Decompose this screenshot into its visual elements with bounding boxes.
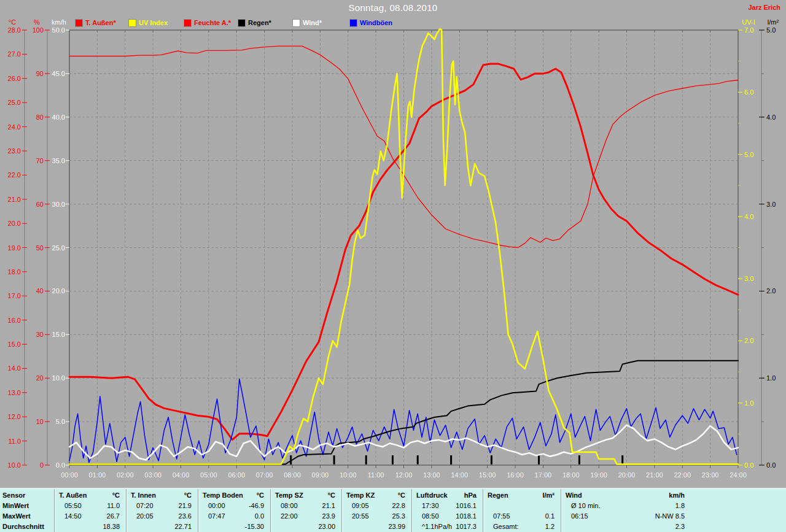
- axis-tick-label: 12.0: [8, 413, 21, 420]
- table-row: 07:550.1: [483, 511, 561, 522]
- legend-item: Wind*: [293, 18, 322, 27]
- table-cell-value: 1.8: [675, 501, 685, 511]
- table-cell-value: °C: [328, 490, 335, 501]
- table-cell-time: Wind: [566, 490, 582, 501]
- legend-label: Feuchte A.*: [194, 18, 231, 27]
- axis-tick-label: 25.0: [52, 244, 65, 252]
- table-cell-value: °C: [257, 490, 264, 501]
- table-row: 14:5026.7: [55, 511, 126, 522]
- axis-tick-label: 70: [36, 157, 44, 164]
- table-cell-value: °C: [398, 490, 405, 501]
- table-cell-value: l/m²: [542, 490, 554, 501]
- x-axis-tick-label: 03:00: [144, 471, 161, 479]
- table-cell-value: 26.7: [107, 511, 120, 522]
- x-axis-tick-label: 20:00: [618, 471, 636, 479]
- rain-event-marker: [450, 455, 452, 465]
- table-row: Ø 10 min.1.8: [561, 501, 691, 511]
- table-cell-value: °C: [184, 490, 192, 501]
- table-cell-value: 2.3: [675, 522, 685, 532]
- rain-event-marker: [491, 455, 492, 465]
- x-axis-tick-label: 24:00: [730, 471, 747, 479]
- x-axis-tick-label: 04:00: [173, 471, 190, 479]
- axis-tick-label: 15.0: [52, 331, 65, 338]
- rain-event-marker: [333, 455, 335, 465]
- axis-tick-label: 45.0: [52, 70, 65, 77]
- table-row: Temp Boden°C: [198, 490, 270, 501]
- table-cell-value: -15.30: [245, 522, 264, 532]
- table-cell-value: 21.9: [179, 501, 192, 511]
- axis-tick-label: 24.0: [8, 123, 21, 131]
- x-axis-tick-label: 19:00: [590, 471, 607, 479]
- table-row: 18.38: [55, 522, 126, 532]
- table-cell-value: 23.99: [388, 522, 405, 532]
- table-column-temp-boden: Temp Boden°C00:00-46.907:470.0-15.30: [198, 489, 270, 532]
- table-cell-time: Gesamt:: [493, 522, 519, 532]
- table-cell-value: 22.71: [174, 522, 192, 532]
- x-axis-tick-label: 17:00: [535, 471, 552, 479]
- table-cell-value: 0.1: [545, 511, 554, 522]
- axis-tick-label: 25.0: [8, 99, 21, 106]
- table-cell-time: 08:00: [281, 501, 298, 511]
- table-cell-value: 23.9: [322, 511, 335, 522]
- axis-unit-label: °C: [9, 18, 16, 26]
- table-row: 09:0522.8: [342, 501, 411, 511]
- table-row-label: MaxWert: [0, 511, 54, 522]
- x-axis-tick-label: 07:00: [256, 471, 273, 479]
- table-row: 00:00-46.9: [198, 501, 270, 511]
- axis-tick-label: 30.0: [52, 201, 65, 208]
- table-row: Temp KZ°C: [342, 490, 411, 501]
- table-row-label: MinWert: [0, 501, 54, 511]
- uv-axis-tick-label: 6.0: [744, 88, 753, 96]
- table-column-temp-kz: Temp KZ°C09:0522.820:5525.323.99: [341, 489, 411, 532]
- axis-tick-label: 13.0: [8, 389, 21, 396]
- table-row: 22:0023.9: [271, 511, 341, 522]
- legend-swatch: [238, 20, 245, 26]
- table-cell-time: 20:55: [352, 511, 369, 522]
- table-cell-value: 1018.1: [456, 511, 477, 522]
- legend-item: Regen*: [238, 18, 271, 27]
- table-row: Windkm/h: [561, 490, 691, 501]
- table-cell-time: Temp Boden: [203, 490, 243, 501]
- axis-tick-label: 11.0: [8, 438, 21, 445]
- table-row: Temp SZ°C: [271, 490, 341, 501]
- chart-date-title: Sonntag, 08.08.2010: [0, 2, 786, 13]
- axis-tick-label: 21.0: [8, 196, 21, 203]
- table-row: 07:2021.9: [126, 501, 198, 511]
- x-axis-tick-label: 00:00: [61, 471, 78, 479]
- x-axis-tick-label: 06:00: [228, 471, 245, 479]
- x-axis-tick-label: 02:00: [117, 471, 134, 479]
- lm2-axis-tick-label: 2.0: [766, 287, 776, 295]
- table-cell-value: hPa: [464, 490, 477, 501]
- uv-axis-tick-label: 0.0: [744, 461, 753, 469]
- axis-tick-label: 0: [40, 461, 44, 469]
- rain-event-marker: [417, 455, 419, 465]
- table-cell-value: 22.8: [392, 501, 405, 511]
- table-row: 23.99: [342, 522, 411, 532]
- axis-tick-label: 60: [36, 201, 44, 208]
- axis-tick-label: 15.0: [8, 341, 21, 348]
- axis-tick-label: 17.0: [8, 292, 21, 299]
- rain-event-marker: [621, 455, 623, 465]
- axis-tick-label: 100: [33, 26, 44, 34]
- table-cell-value: 1016.1: [456, 501, 477, 511]
- x-axis-tick-label: 18:00: [562, 471, 580, 479]
- table-column-t-innen: T. Innen°C07:2021.920:0523.622.71: [126, 489, 198, 532]
- x-axis-tick-label: 14:00: [451, 471, 468, 479]
- table-cell-value: 18.38: [103, 522, 120, 532]
- rain-event-marker: [538, 455, 540, 465]
- table-row: -15.30: [198, 522, 270, 532]
- station-owner-label: Jarz Erich: [748, 4, 780, 11]
- lm2-axis-tick-label: 5.0: [766, 26, 776, 34]
- axis-tick-label: 14.0: [8, 364, 21, 372]
- lm2-axis-tick-label: 1.0: [766, 374, 776, 382]
- table-cell-time: 07:55: [493, 511, 510, 522]
- axis-tick-label: 28.0: [8, 26, 21, 34]
- x-axis-tick-label: 11:00: [368, 471, 384, 479]
- table-row: 22.71: [126, 522, 198, 532]
- table-row: 05:5011.0: [55, 501, 126, 511]
- table-cell-time: 09:05: [352, 501, 369, 511]
- axis-tick-label: 23.0: [8, 147, 21, 155]
- table-cell-value: 0.0: [255, 511, 264, 522]
- rain-event-marker: [578, 455, 580, 465]
- table-row-label-column: SensorMinWertMaxWertDurchschnitt: [0, 489, 54, 532]
